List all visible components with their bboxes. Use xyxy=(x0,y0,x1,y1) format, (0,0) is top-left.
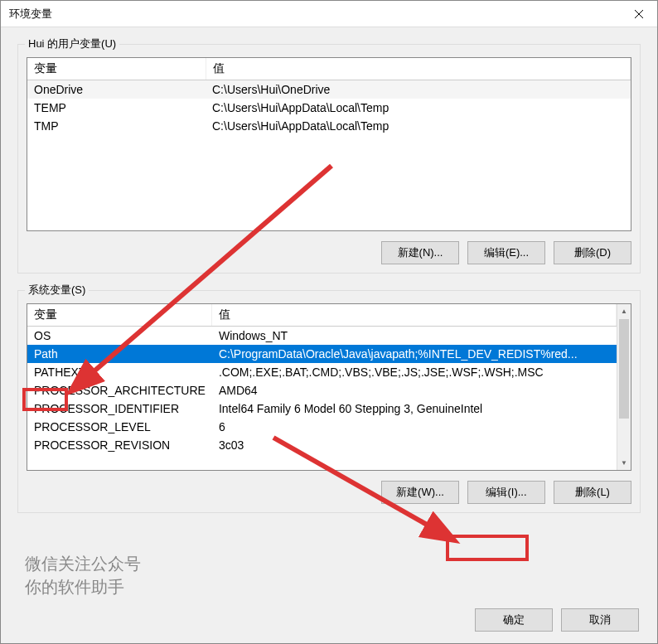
scroll-down-icon[interactable]: ▼ xyxy=(617,456,631,470)
table-row[interactable]: PROCESSOR_LEVEL 6 xyxy=(27,418,617,436)
cancel-button[interactable]: 取消 xyxy=(561,608,639,632)
dialog-buttons: 确定 取消 xyxy=(1,597,657,643)
user-edit-button[interactable]: 编辑(E)... xyxy=(467,241,545,264)
titlebar: 环境变量 xyxy=(1,1,657,27)
env-vars-dialog: 环境变量 Hui 的用户变量(U) 变量 值 OneDri xyxy=(0,0,658,644)
user-vars-table[interactable]: 变量 值 OneDrive C:\Users\Hui\OneDrive TEMP… xyxy=(27,57,631,231)
user-vars-label: Hui 的用户变量(U) xyxy=(25,36,119,51)
system-buttons: 新建(W)... 编辑(I)... 删除(L) xyxy=(27,481,631,504)
system-delete-button[interactable]: 删除(L) xyxy=(554,481,631,504)
system-vars-table[interactable]: 变量 值 OS Windows_NT Path C:\ProgramData\O… xyxy=(27,303,631,471)
system-new-button[interactable]: 新建(W)... xyxy=(381,481,459,504)
table-row[interactable]: PATHEXT .COM;.EXE;.BAT;.CMD;.VBS;.VBE;.J… xyxy=(27,363,617,381)
close-icon xyxy=(634,9,644,19)
user-header-val[interactable]: 值 xyxy=(206,58,631,80)
table-row[interactable]: PROCESSOR_IDENTIFIER Intel64 Family 6 Mo… xyxy=(27,399,617,418)
system-vars-group: 系统变量(S) 变量 值 OS Windows_NT xyxy=(17,290,641,513)
table-row-selected[interactable]: Path C:\ProgramData\Oracle\Java\javapath… xyxy=(27,345,617,363)
table-row[interactable]: OneDrive C:\Users\Hui\OneDrive xyxy=(27,80,631,99)
dialog-content: Hui 的用户变量(U) 变量 值 OneDrive C:\Users\Hui\… xyxy=(1,27,657,597)
system-vars-label: 系统变量(S) xyxy=(25,283,89,298)
window-title: 环境变量 xyxy=(9,7,52,22)
user-vars-group: Hui 的用户变量(U) 变量 值 OneDrive C:\Users\Hui\… xyxy=(17,44,641,274)
user-header-var[interactable]: 变量 xyxy=(27,58,206,80)
table-row[interactable]: TMP C:\Users\Hui\AppData\Local\Temp xyxy=(27,117,631,135)
sys-header-var[interactable]: 变量 xyxy=(27,304,212,327)
scroll-up-icon[interactable]: ▲ xyxy=(617,304,631,318)
user-delete-button[interactable]: 删除(D) xyxy=(554,241,631,264)
scroll-thumb[interactable] xyxy=(619,319,629,419)
table-row[interactable]: PROCESSOR_ARCHITECTURE AMD64 xyxy=(27,381,617,399)
system-edit-button[interactable]: 编辑(I)... xyxy=(467,481,545,504)
close-button[interactable] xyxy=(620,1,657,27)
user-new-button[interactable]: 新建(N)... xyxy=(381,241,459,264)
table-row[interactable]: OS Windows_NT xyxy=(27,327,617,346)
table-row[interactable]: PROCESSOR_REVISION 3c03 xyxy=(27,436,617,454)
table-row[interactable]: TEMP C:\Users\Hui\AppData\Local\Temp xyxy=(27,99,631,117)
user-buttons: 新建(N)... 编辑(E)... 删除(D) xyxy=(27,241,631,264)
sys-header-val[interactable]: 值 xyxy=(212,304,617,327)
ok-button[interactable]: 确定 xyxy=(475,608,553,632)
system-scrollbar[interactable]: ▲ ▼ xyxy=(617,304,631,470)
